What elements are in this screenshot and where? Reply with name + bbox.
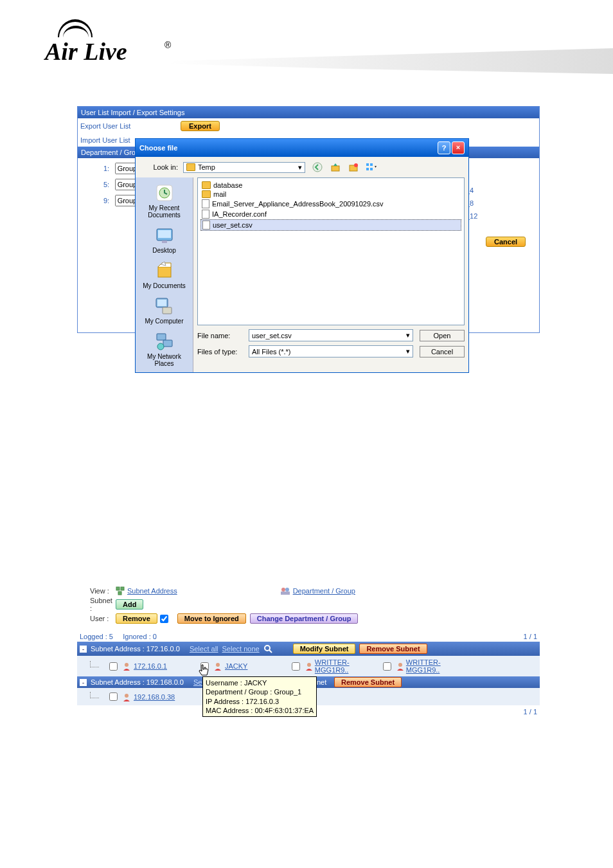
look-in-label: Look in: <box>139 163 178 171</box>
move-ignored-button[interactable]: Move to Ignored <box>177 613 246 624</box>
item-name: mail <box>213 190 226 198</box>
svg-rect-25 <box>281 592 290 595</box>
file-type-label: Files of type: <box>197 348 242 356</box>
collapse-icon[interactable]: - <box>80 679 87 686</box>
net-fragment: net <box>317 678 326 686</box>
user-ip-link[interactable]: 172.16.0.1 <box>134 662 167 670</box>
chevron-down-icon: ▾ <box>406 331 410 339</box>
export-button[interactable]: Export <box>181 121 220 131</box>
svg-point-32 <box>125 694 129 698</box>
export-label: Export User List <box>78 122 181 130</box>
user-checkbox[interactable] <box>109 662 118 671</box>
logo-reg: ® <box>164 40 171 50</box>
file-list-item-selected[interactable]: user_set.csv <box>200 219 461 231</box>
dept-group-link[interactable]: Department / Group <box>293 587 355 595</box>
help-button[interactable]: ? <box>438 141 450 154</box>
place-label: My Recent Documents <box>137 204 191 219</box>
view-menu-button[interactable] <box>364 161 378 174</box>
new-folder-button[interactable] <box>346 161 360 174</box>
logo-text: Air Live <box>45 37 127 66</box>
user-host-link[interactable]: WRITTER-MGG1R9.. <box>406 658 464 674</box>
svg-point-30 <box>307 663 311 667</box>
folder-up-icon <box>330 162 341 172</box>
back-arrow-icon <box>312 162 323 172</box>
folder-icon <box>202 181 211 189</box>
user-label: User : <box>77 615 116 622</box>
group-icon <box>280 586 290 595</box>
file-list-item[interactable]: mail <box>200 190 461 199</box>
svg-rect-12 <box>162 240 167 243</box>
file-list[interactable]: database mail Email_Server_Appliance_Add… <box>197 177 465 325</box>
file-list-item[interactable]: database <box>200 181 461 190</box>
user-checkbox[interactable] <box>383 662 391 671</box>
view-label: View : <box>77 587 116 595</box>
user-checkbox[interactable] <box>292 662 300 671</box>
place-network[interactable]: My Network Places <box>137 331 191 367</box>
place-computer[interactable]: My Computer <box>145 296 183 325</box>
logo: Air Live ® <box>45 19 173 64</box>
svg-rect-18 <box>163 340 172 347</box>
remove-subnet-button[interactable]: Remove Subnet <box>334 677 402 687</box>
ignored-count: Ignored : 0 <box>123 633 157 640</box>
file-name-input[interactable]: user_set.csv▾ <box>249 329 413 341</box>
svg-point-23 <box>281 588 285 592</box>
user-icon <box>122 662 131 671</box>
change-group-button[interactable]: Change Department / Group <box>250 613 359 624</box>
look-in-select[interactable]: Temp ▾ <box>183 162 305 173</box>
desktop-icon <box>154 225 175 246</box>
search-icon[interactable] <box>263 644 272 653</box>
remove-button[interactable]: Remove <box>116 613 157 624</box>
place-desktop[interactable]: Desktop <box>152 225 176 254</box>
new-folder-icon <box>348 162 359 172</box>
file-type-select[interactable]: All Files (*.*)▾ <box>249 345 413 357</box>
svg-rect-7 <box>370 168 373 170</box>
close-button[interactable]: × <box>452 141 465 154</box>
open-button[interactable]: Open <box>420 330 465 341</box>
group-index: 5: <box>103 181 109 188</box>
remove-checkbox[interactable] <box>160 615 168 623</box>
place-label: Desktop <box>152 247 176 254</box>
chevron-down-icon: ▾ <box>406 347 410 356</box>
remove-subnet-button[interactable]: Remove Subnet <box>359 644 427 654</box>
item-name: user_set.csv <box>213 221 253 229</box>
user-ip-link[interactable]: 192.168.0.38 <box>134 693 175 701</box>
subnet-header: - Subnet Address : 172.16.0.0 Select all… <box>77 642 540 656</box>
svg-line-27 <box>269 650 272 653</box>
svg-point-31 <box>398 663 402 667</box>
cursor-hand-icon <box>198 664 211 678</box>
subnet-icon <box>116 586 125 595</box>
cancel-button[interactable]: Cancel <box>486 237 526 247</box>
places-sidebar: My Recent Documents Desktop My Documents… <box>136 177 193 372</box>
cancel-button[interactable]: Cancel <box>420 346 465 357</box>
collapse-icon[interactable]: - <box>80 646 87 653</box>
file-icon <box>202 221 210 230</box>
look-in-value: Temp <box>198 163 215 171</box>
tooltip-line: MAC Address : 00:4F:63:01:37:EA <box>206 706 314 715</box>
file-list-item[interactable]: Email_Server_Appliance_AddressBook_20091… <box>200 199 461 209</box>
user-host-link[interactable]: WRITTER-MGG1R9.. <box>315 658 373 674</box>
select-none-link[interactable]: Select none <box>222 645 260 653</box>
user-row: 172.16.0.1 JACKY WRITTER-MGG1R9.. WRITTE… <box>77 656 540 676</box>
tooltip-line: Username : JACKY <box>206 678 314 687</box>
subnet-address-link[interactable]: Subnet Address <box>127 587 177 595</box>
tree-line <box>90 692 99 698</box>
svg-rect-22 <box>118 592 121 595</box>
svg-point-26 <box>265 646 270 651</box>
user-icon <box>396 662 404 671</box>
user-list-panel: View : Subnet Address Department / Group… <box>77 584 540 718</box>
user-checkbox[interactable] <box>109 692 118 701</box>
place-recent[interactable]: My Recent Documents <box>137 183 191 219</box>
user-name-link[interactable]: JACKY <box>225 662 247 670</box>
add-button[interactable]: Add <box>116 599 143 610</box>
file-list-item[interactable]: IA_Recorder.conf <box>200 209 461 219</box>
view-icon <box>366 162 377 172</box>
svg-point-0 <box>313 163 322 172</box>
back-button[interactable] <box>310 161 324 174</box>
select-all-link[interactable]: Select all <box>190 645 218 653</box>
up-level-button[interactable] <box>328 161 342 174</box>
place-label: My Documents <box>143 282 186 289</box>
svg-rect-13 <box>158 267 171 277</box>
modify-subnet-button[interactable]: Modify Subnet <box>293 644 356 654</box>
tree-line <box>90 661 99 667</box>
place-documents[interactable]: My Documents <box>143 260 186 289</box>
